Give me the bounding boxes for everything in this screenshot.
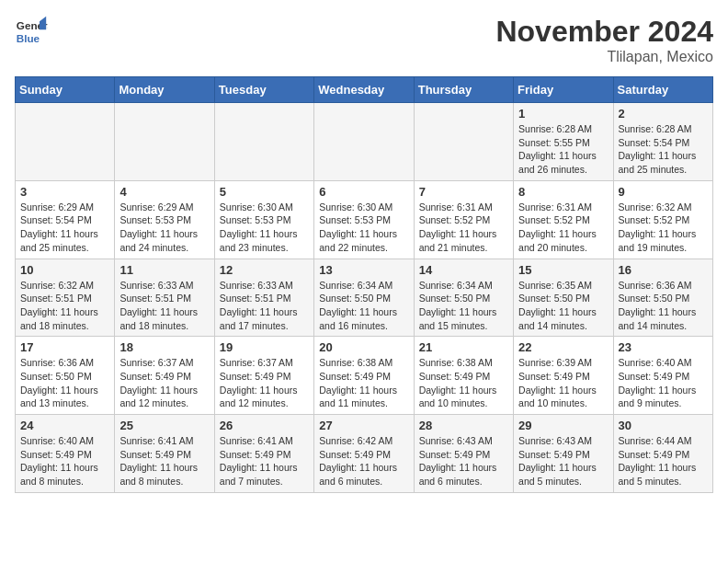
day-number: 4 [119,185,209,199]
day-number: 23 [619,340,708,354]
calendar-cell: 22Sunrise: 6:39 AMSunset: 5:49 PMDayligh… [514,337,613,415]
calendar-cell: 6Sunrise: 6:30 AMSunset: 5:53 PMDaylight… [314,180,414,259]
logo: General Blue [15,15,48,48]
calendar-cell: 28Sunrise: 6:43 AMSunset: 5:49 PMDayligh… [414,415,513,493]
calendar-cell: 24Sunrise: 6:40 AMSunset: 5:49 PMDayligh… [16,415,115,493]
day-number: 6 [319,185,408,199]
day-number: 5 [220,185,309,199]
day-info: Sunrise: 6:30 AMSunset: 5:53 PMDaylight:… [220,201,309,255]
day-number: 8 [518,185,608,199]
day-info: Sunrise: 6:34 AMSunset: 5:50 PMDaylight:… [319,279,408,333]
weekday-header-tuesday: Tuesday [214,77,313,103]
calendar-cell: 17Sunrise: 6:36 AMSunset: 5:50 PMDayligh… [16,337,115,415]
calendar-cell: 21Sunrise: 6:38 AMSunset: 5:49 PMDayligh… [414,337,513,415]
weekday-header-friday: Friday [514,77,613,103]
calendar-cell: 26Sunrise: 6:41 AMSunset: 5:49 PMDayligh… [214,415,313,493]
day-info: Sunrise: 6:37 AMSunset: 5:49 PMDaylight:… [119,356,209,410]
day-info: Sunrise: 6:32 AMSunset: 5:52 PMDaylight:… [619,201,708,255]
calendar-cell: 30Sunrise: 6:44 AMSunset: 5:49 PMDayligh… [613,415,712,493]
day-info: Sunrise: 6:28 AMSunset: 5:55 PMDaylight:… [518,122,608,177]
calendar-week-3: 10Sunrise: 6:32 AMSunset: 5:51 PMDayligh… [16,259,713,337]
day-info: Sunrise: 6:31 AMSunset: 5:52 PMDaylight:… [518,201,608,255]
day-number: 10 [20,263,109,277]
day-info: Sunrise: 6:41 AMSunset: 5:49 PMDaylight:… [220,434,309,488]
calendar-cell: 9Sunrise: 6:32 AMSunset: 5:52 PMDaylight… [613,180,712,259]
calendar-cell: 1Sunrise: 6:28 AMSunset: 5:55 PMDaylight… [514,103,613,181]
day-info: Sunrise: 6:39 AMSunset: 5:49 PMDaylight:… [518,356,608,410]
calendar-cell: 15Sunrise: 6:35 AMSunset: 5:50 PMDayligh… [514,259,613,337]
day-number: 11 [119,263,209,277]
month-title: November 2024 [495,15,713,49]
day-number: 2 [619,107,708,121]
calendar-cell: 12Sunrise: 6:33 AMSunset: 5:51 PMDayligh… [214,259,313,337]
day-number: 27 [319,419,408,432]
day-number: 3 [20,185,109,199]
calendar-cell: 4Sunrise: 6:29 AMSunset: 5:53 PMDaylight… [115,180,214,259]
day-number: 26 [220,419,309,432]
day-info: Sunrise: 6:35 AMSunset: 5:50 PMDaylight:… [518,279,608,333]
day-info: Sunrise: 6:34 AMSunset: 5:50 PMDaylight:… [419,279,508,333]
day-info: Sunrise: 6:37 AMSunset: 5:49 PMDaylight:… [220,356,309,410]
weekday-header-sunday: Sunday [16,77,115,103]
day-number: 14 [419,263,508,277]
day-info: Sunrise: 6:28 AMSunset: 5:54 PMDaylight:… [619,122,708,177]
day-info: Sunrise: 6:43 AMSunset: 5:49 PMDaylight:… [518,434,608,488]
calendar-cell: 20Sunrise: 6:38 AMSunset: 5:49 PMDayligh… [314,337,414,415]
svg-marker-2 [40,17,46,29]
calendar-header: SundayMondayTuesdayWednesdayThursdayFrid… [16,77,713,103]
weekday-header-saturday: Saturday [613,77,712,103]
day-number: 29 [518,419,608,432]
day-number: 20 [319,340,408,354]
day-number: 19 [220,340,309,354]
day-info: Sunrise: 6:33 AMSunset: 5:51 PMDaylight:… [220,279,309,333]
calendar-cell: 10Sunrise: 6:32 AMSunset: 5:51 PMDayligh… [16,259,115,337]
day-info: Sunrise: 6:36 AMSunset: 5:50 PMDaylight:… [619,279,708,333]
calendar-week-4: 17Sunrise: 6:36 AMSunset: 5:50 PMDayligh… [16,337,713,415]
calendar-week-5: 24Sunrise: 6:40 AMSunset: 5:49 PMDayligh… [16,415,713,493]
day-info: Sunrise: 6:29 AMSunset: 5:53 PMDaylight:… [119,201,209,255]
calendar-cell: 16Sunrise: 6:36 AMSunset: 5:50 PMDayligh… [613,259,712,337]
day-info: Sunrise: 6:29 AMSunset: 5:54 PMDaylight:… [20,201,109,255]
day-number: 25 [119,419,209,432]
calendar-cell: 27Sunrise: 6:42 AMSunset: 5:49 PMDayligh… [314,415,414,493]
weekday-header-thursday: Thursday [414,77,513,103]
calendar-cell: 13Sunrise: 6:34 AMSunset: 5:50 PMDayligh… [314,259,414,337]
day-number: 30 [619,419,708,432]
calendar-table: SundayMondayTuesdayWednesdayThursdayFrid… [15,76,713,493]
logo-icon: General Blue [15,15,48,48]
calendar-cell: 2Sunrise: 6:28 AMSunset: 5:54 PMDaylight… [613,103,712,181]
weekday-row: SundayMondayTuesdayWednesdayThursdayFrid… [16,77,713,103]
day-number: 18 [119,340,209,354]
day-number: 17 [20,340,109,354]
weekday-header-wednesday: Wednesday [314,77,414,103]
calendar-cell [214,103,313,181]
day-info: Sunrise: 6:38 AMSunset: 5:49 PMDaylight:… [319,356,408,410]
calendar-cell [115,103,214,181]
calendar-cell [414,103,513,181]
calendar-cell: 3Sunrise: 6:29 AMSunset: 5:54 PMDaylight… [16,180,115,259]
day-number: 24 [20,419,109,432]
day-number: 7 [419,185,508,199]
day-number: 13 [319,263,408,277]
calendar-body: 1Sunrise: 6:28 AMSunset: 5:55 PMDaylight… [16,103,713,493]
calendar-cell: 14Sunrise: 6:34 AMSunset: 5:50 PMDayligh… [414,259,513,337]
day-number: 12 [220,263,309,277]
day-info: Sunrise: 6:30 AMSunset: 5:53 PMDaylight:… [319,201,408,255]
calendar-cell: 23Sunrise: 6:40 AMSunset: 5:49 PMDayligh… [613,337,712,415]
day-number: 15 [518,263,608,277]
day-number: 21 [419,340,508,354]
calendar-cell: 19Sunrise: 6:37 AMSunset: 5:49 PMDayligh… [214,337,313,415]
calendar-cell: 5Sunrise: 6:30 AMSunset: 5:53 PMDaylight… [214,180,313,259]
svg-text:Blue: Blue [17,32,40,44]
calendar-cell [16,103,115,181]
calendar-cell: 8Sunrise: 6:31 AMSunset: 5:52 PMDaylight… [514,180,613,259]
day-number: 28 [419,419,508,432]
day-number: 22 [518,340,608,354]
title-block: November 2024 Tlilapan, Mexico [495,15,713,65]
day-info: Sunrise: 6:36 AMSunset: 5:50 PMDaylight:… [20,356,109,410]
day-info: Sunrise: 6:42 AMSunset: 5:49 PMDaylight:… [319,434,408,488]
calendar-cell: 29Sunrise: 6:43 AMSunset: 5:49 PMDayligh… [514,415,613,493]
calendar-week-2: 3Sunrise: 6:29 AMSunset: 5:54 PMDaylight… [16,180,713,259]
calendar-cell: 7Sunrise: 6:31 AMSunset: 5:52 PMDaylight… [414,180,513,259]
day-number: 1 [518,107,608,121]
